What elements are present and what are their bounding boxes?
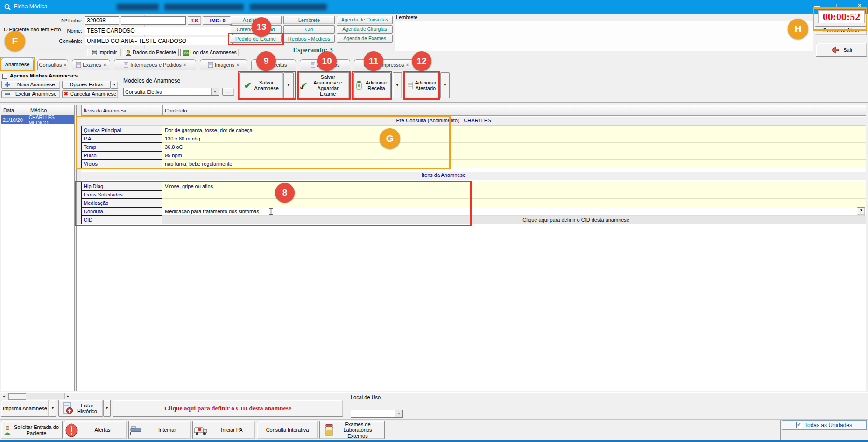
listar-historico-button[interactable]: Listar Histórico <box>58 400 103 417</box>
content-bottom-divider <box>0 392 868 393</box>
grid-col-itens[interactable]: Ítens da Anamnese <box>81 105 162 116</box>
history-row-selected[interactable]: 21/10/20 CHARLLES MEDICO <box>1 115 74 124</box>
annotation-circle-11: 11 <box>364 51 383 71</box>
annotation-box-11 <box>352 71 392 100</box>
grid-section-itens-title: Itens da Anamnese <box>327 172 560 178</box>
nome-input[interactable]: TESTE CARDOSO <box>85 27 233 35</box>
solicitar-entrada-button[interactable]: Solicitar Entrada do Paciente <box>1 421 63 439</box>
ficha-input[interactable]: 329098 <box>85 16 119 25</box>
exames-laboratorios-button[interactable]: Exames de Laboratórios Externos <box>319 421 385 439</box>
ficha-label: Nº Ficha: <box>47 16 82 25</box>
todas-unidades-checkbox[interactable]: ✔ <box>796 422 802 428</box>
history-col-data[interactable]: Data <box>1 105 28 115</box>
todas-unidades-panel: ✔ Todas as Unidades <box>782 420 867 430</box>
redacted-title-text <box>117 4 159 10</box>
chevron-down-icon[interactable]: ▼ <box>211 88 219 95</box>
tab-exames[interactable]: Exames× <box>72 59 110 70</box>
recibos-medicos-button[interactable]: Recibos - Médicos <box>283 35 335 43</box>
svg-text:LOG: LOG <box>183 52 189 55</box>
convenio-label: Convênio: <box>47 37 82 45</box>
nome-label: Nome: <box>47 27 82 35</box>
annotation-circle-9: 9 <box>256 51 276 71</box>
bed-icon <box>130 425 143 435</box>
annotation-circle-13: 13 <box>252 17 271 37</box>
agenda-consultas-button[interactable]: Agenda de Consultas <box>337 16 393 24</box>
log-anamneses-button[interactable]: LOG Log das Anamneses <box>180 49 239 56</box>
redacted-title-text <box>250 4 327 10</box>
iniciar-pa-button[interactable]: Iniciar PA <box>192 421 255 439</box>
nova-anamnese-button[interactable]: Nova Anamnese <box>1 81 60 89</box>
alertas-button[interactable]: Alertas <box>64 421 127 439</box>
modelos-label: Modelos de Anamnese <box>123 77 180 84</box>
grid-col-conteudo[interactable]: Conteúdo <box>162 105 866 116</box>
esperando-status: Esperando: 3 <box>271 46 355 54</box>
imprimir-anamnese-dropdown[interactable]: ▼ <box>49 400 56 417</box>
modelo-more-button[interactable]: ... <box>222 88 234 96</box>
scrollbar-thumb[interactable] <box>8 393 26 400</box>
exit-icon <box>830 46 840 54</box>
apenas-checkbox[interactable] <box>2 74 7 79</box>
history-shield-icon <box>63 402 73 414</box>
cid-banner-button[interactable]: Clique aqui para definir o CID desta ana… <box>113 400 343 417</box>
tab-close-icon[interactable]: × <box>406 63 409 68</box>
tab-internacoes[interactable]: Internações e Pedidos× <box>114 59 196 70</box>
annotation-circle-f: F <box>5 31 25 51</box>
person-icon <box>4 426 11 435</box>
tab-consultas[interactable]: Consultas× <box>37 59 68 70</box>
log-icon: LOG <box>183 50 189 56</box>
footer-divider <box>780 420 781 441</box>
internar-button[interactable]: Internar <box>128 421 191 439</box>
agenda-cirurgias-button[interactable]: Agenda de Cirurgias <box>337 25 393 34</box>
modelo-combobox[interactable]: Consulta Eletiva ▼ <box>123 88 219 96</box>
cancelar-anamnese-button[interactable]: ✖ Cancelar Anamnese <box>62 90 118 98</box>
annotation-box-h <box>813 7 867 31</box>
sair-button[interactable]: Sair <box>816 43 867 57</box>
adicionar-receita-dropdown[interactable]: ▼ <box>393 72 402 98</box>
imc-button[interactable]: IMC: 0 <box>203 16 233 25</box>
printer-icon <box>92 50 97 55</box>
lab-jar-icon <box>325 424 334 436</box>
cid-button[interactable]: Cid <box>283 25 335 34</box>
lembrete-memo[interactable] <box>395 21 813 51</box>
lembrete-button[interactable]: Lembrete <box>283 16 335 24</box>
tab-close-icon[interactable]: × <box>103 63 106 68</box>
ficha-extra-input[interactable] <box>121 16 186 25</box>
apenas-label: Apenas Minhas Anamneses <box>10 73 78 78</box>
annotation-box-f <box>0 57 35 71</box>
annotation-box-9 <box>238 71 296 100</box>
redacted-title-text <box>164 4 244 10</box>
annotation-circle-8: 8 <box>275 183 295 203</box>
agenda-exames-button[interactable]: Agenda de Exames <box>337 35 393 43</box>
chevron-down-icon[interactable]: ▼ <box>395 410 402 417</box>
page-icon <box>76 62 81 68</box>
imprimir-anamnese-button[interactable]: Imprimir Anamnese <box>1 400 49 417</box>
excluir-anamnese-button[interactable]: Excluir Anamnese <box>1 90 60 98</box>
convenio-input[interactable]: UNIMED GOIANIA - TESTE CARDOSO <box>85 37 233 45</box>
tab-close-icon[interactable]: × <box>236 63 239 68</box>
annotation-box-8 <box>75 181 472 226</box>
scroll-left-icon[interactable]: ◀ <box>1 393 7 399</box>
tab-close-icon[interactable]: × <box>183 63 186 68</box>
ts-button[interactable]: T.S <box>188 16 201 25</box>
local-de-uso-combobox[interactable]: ▼ <box>351 410 403 418</box>
imprimir-button[interactable]: Imprimir <box>87 49 121 56</box>
title-bar: Ficha Médica — □ × <box>0 0 868 14</box>
help-button[interactable]: ? <box>857 207 865 215</box>
adicionar-atestado-dropdown[interactable]: ▼ <box>440 72 450 98</box>
listar-historico-dropdown[interactable]: ▼ <box>103 400 111 417</box>
opcoes-extras-dropdown[interactable]: ▼ <box>111 81 118 89</box>
history-row-date: 21/10/20 <box>1 117 28 123</box>
scrollbar-track[interactable] <box>7 393 65 399</box>
toolbar-divider <box>0 102 868 103</box>
opcoes-extras-button[interactable]: Opções Extras <box>62 81 111 89</box>
new-icon <box>5 82 10 87</box>
consulta-interativa-button[interactable]: Consulta Interativa <box>257 421 318 439</box>
tab-close-icon[interactable]: × <box>64 63 67 68</box>
footer-accent-line <box>0 440 868 442</box>
app-icon <box>4 3 11 11</box>
history-row-doctor: CHARLLES MEDICO <box>28 114 74 126</box>
page-icon <box>311 62 315 68</box>
scroll-right-icon[interactable]: ▶ <box>65 393 71 399</box>
dados-do-paciente-button[interactable]: Dados do Paciente <box>123 49 179 56</box>
tab-imagens[interactable]: Imagens× <box>200 59 247 70</box>
